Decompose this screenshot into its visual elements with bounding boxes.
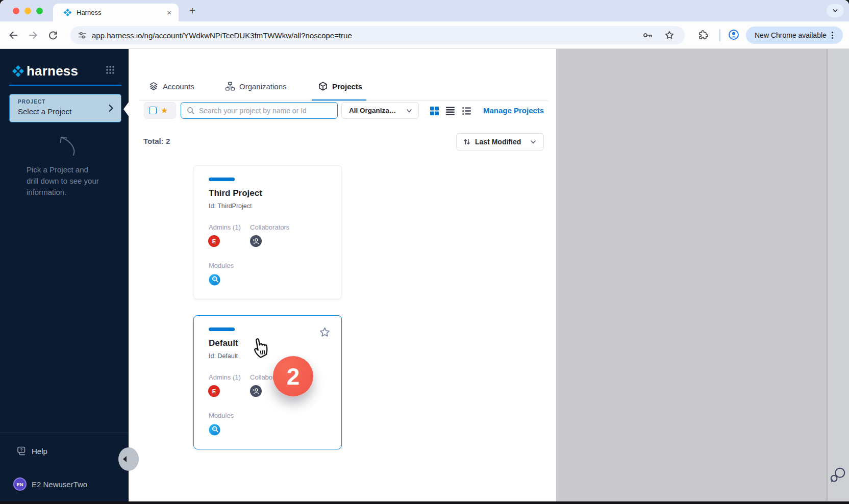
- module-chaos-icon: [209, 274, 220, 286]
- tab-projects-label: Projects: [332, 82, 362, 91]
- chevron-down-icon: [529, 138, 537, 146]
- collapse-left-icon: [123, 456, 127, 462]
- modules-label: Modules: [209, 262, 234, 269]
- project-color-bar: [209, 178, 235, 181]
- site-settings-icon[interactable]: [77, 30, 87, 40]
- svg-text:?: ?: [20, 447, 22, 452]
- favorites-checkbox[interactable]: [149, 107, 157, 114]
- collaborators-label: Collaborators: [250, 223, 289, 231]
- tab-accounts[interactable]: Accounts: [148, 81, 194, 91]
- apps-grid-icon[interactable]: [105, 65, 115, 75]
- chat-bubbles-icon[interactable]: [829, 466, 847, 484]
- tabs-divider: [139, 100, 548, 101]
- browser-tab[interactable]: Harness ×: [53, 4, 179, 21]
- chevron-down-icon: [405, 107, 413, 115]
- total-count: Total: 2: [143, 137, 170, 145]
- organization-dropdown[interactable]: All Organiza…: [341, 102, 419, 119]
- profile-icon[interactable]: [728, 29, 740, 41]
- url-text: app.harness.io/ng/account/YWdkwNPiTceDUK…: [92, 31, 642, 40]
- collaborator-avatar: [250, 235, 262, 247]
- main-content: Accounts Organizations Projects: [129, 49, 556, 501]
- collaborator-avatar: [250, 385, 262, 397]
- select-project-button[interactable]: PROJECT Select a Project: [9, 94, 121, 122]
- browser-toolbar: app.harness.io/ng/account/YWdkwNPiTceDUK…: [0, 21, 849, 49]
- admin-avatar: E: [208, 385, 220, 397]
- chevron-right-icon: [106, 103, 116, 113]
- address-bar[interactable]: app.harness.io/ng/account/YWdkwNPiTceDUK…: [70, 26, 685, 44]
- brand-wordmark: harness: [27, 63, 78, 79]
- back-icon[interactable]: [7, 29, 19, 41]
- tab-accounts-label: Accounts: [163, 82, 194, 91]
- new-chrome-available-button[interactable]: New Chrome available: [746, 27, 843, 44]
- module-chaos-icon: [209, 424, 220, 436]
- layers-icon: [148, 81, 159, 91]
- select-project-label: Select a Project: [18, 107, 71, 116]
- tab-organizations[interactable]: Organizations: [225, 81, 287, 91]
- harness-logo: harness: [12, 63, 78, 79]
- scrollbar-region[interactable]: [827, 49, 849, 501]
- sidebar: harness PROJECT Select a Project Pick a …: [0, 49, 129, 501]
- sidebar-collapse-handle[interactable]: [118, 447, 139, 471]
- tab-projects[interactable]: Projects: [318, 81, 362, 91]
- new-chrome-label: New Chrome available: [755, 31, 827, 39]
- help-label: Help: [32, 447, 47, 456]
- tab-search-button[interactable]: [827, 4, 844, 17]
- window-bottom-edge: [0, 501, 849, 504]
- sidebar-hint-text: Pick a Project and drill down to see you…: [27, 164, 99, 198]
- manage-projects-link[interactable]: Manage Projects: [483, 106, 544, 115]
- project-card-third-project[interactable]: Third Project Id: ThirdProject Admins (1…: [193, 165, 342, 299]
- close-window-button[interactable]: [13, 8, 19, 14]
- sidebar-accent-divider: [9, 85, 121, 86]
- project-color-bar: [209, 327, 235, 331]
- toolbar-divider: [719, 29, 720, 41]
- tab-strip: Harness × +: [0, 0, 849, 21]
- project-name: Third Project: [209, 188, 262, 198]
- page-grey-region: [556, 49, 827, 501]
- fullscreen-window-button[interactable]: [36, 8, 43, 14]
- sort-value: Last Modified: [475, 138, 529, 146]
- project-eyebrow: PROJECT: [18, 99, 45, 105]
- project-name: Default: [209, 338, 238, 348]
- chrome-menu-icon[interactable]: [832, 32, 833, 39]
- search-icon: [186, 106, 195, 115]
- browser-window: Harness × + app.harness.io/ng/account/YW…: [0, 0, 849, 504]
- favorites-filter: ★: [144, 102, 176, 119]
- hand-cursor-icon: [248, 332, 274, 361]
- help-button[interactable]: ? Help: [16, 446, 47, 457]
- favorites-star-icon[interactable]: ★: [161, 107, 168, 115]
- user-menu[interactable]: EN E2 NewuserTwo: [13, 477, 87, 491]
- minimize-window-button[interactable]: [24, 8, 31, 14]
- user-name: E2 NewuserTwo: [32, 480, 87, 489]
- person-add-icon: [252, 387, 260, 395]
- forward-icon[interactable]: [27, 29, 39, 41]
- project-search: [181, 102, 338, 119]
- doodle-arrow-icon: [55, 133, 79, 158]
- project-id: Id: Default: [209, 352, 238, 360]
- task-list-view-icon[interactable]: [462, 106, 471, 116]
- extensions-icon[interactable]: [697, 29, 709, 41]
- grid-view-icon[interactable]: [430, 106, 439, 116]
- harness-favicon: [63, 8, 72, 17]
- password-key-icon[interactable]: [642, 29, 654, 41]
- bookmark-star-icon[interactable]: [663, 29, 676, 41]
- tab-organizations-label: Organizations: [239, 82, 287, 91]
- help-chat-icon: ?: [16, 446, 27, 457]
- reload-icon[interactable]: [47, 29, 59, 41]
- admins-label: Admins (1): [209, 373, 241, 381]
- user-avatar: EN: [13, 477, 27, 491]
- cube-icon: [318, 81, 328, 91]
- new-tab-button[interactable]: +: [186, 5, 199, 18]
- admin-avatar: E: [208, 235, 220, 247]
- sort-dropdown[interactable]: Last Modified: [456, 133, 544, 150]
- tab-close-icon[interactable]: ×: [167, 8, 171, 17]
- list-view-icon[interactable]: [445, 106, 455, 116]
- sort-arrows-icon: [463, 138, 471, 146]
- tab-title: Harness: [77, 9, 167, 16]
- harness-logo-icon: [12, 65, 24, 78]
- chevron-down-icon: [832, 7, 839, 14]
- org-chart-icon: [225, 81, 235, 91]
- search-input[interactable]: [199, 107, 329, 115]
- person-add-icon: [252, 237, 260, 245]
- favorite-star-icon[interactable]: [318, 326, 331, 339]
- tutorial-step-badge: 2: [273, 356, 313, 396]
